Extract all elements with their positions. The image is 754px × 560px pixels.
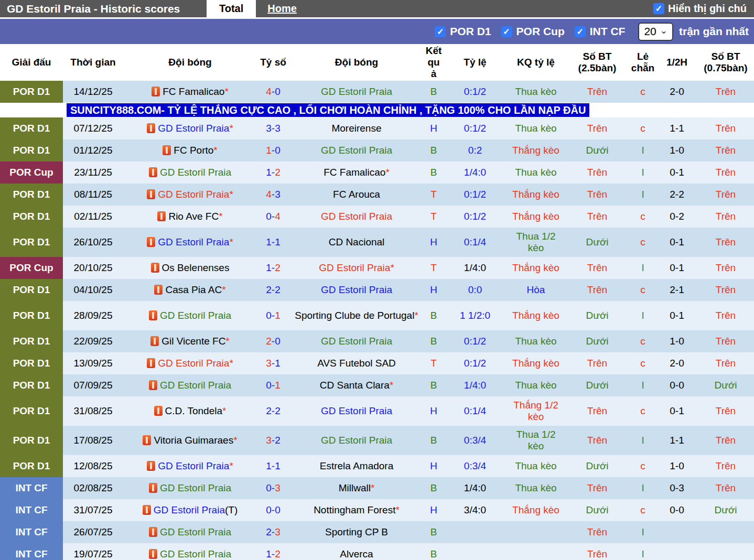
result-letter: T	[424, 206, 444, 228]
away-team[interactable]: AVS Futebol SAD	[289, 352, 424, 374]
half-time-score: 0-0	[656, 499, 697, 521]
over-under-2-5-result: Trên	[565, 161, 629, 184]
table-row: POR D1 07/12/25 GD Estoril Praia* 3-3 Mo…	[0, 117, 754, 139]
away-team[interactable]: FC Arouca	[289, 184, 424, 206]
away-team[interactable]: Nottingham Forest*	[289, 499, 424, 521]
result-letter: H	[424, 228, 444, 257]
red-card-icon	[147, 358, 155, 368]
away-team[interactable]: GD Estoril Praia	[289, 396, 424, 426]
over-under-2-5-result: Dưới	[565, 455, 629, 477]
notes-checkbox-icon[interactable]	[653, 3, 664, 14]
away-team[interactable]: GD Estoril Praia*	[289, 257, 424, 279]
home-team[interactable]: GD Estoril Praia*	[123, 228, 257, 257]
home-team[interactable]: GD Estoril Praia	[123, 161, 257, 184]
away-team[interactable]: GD Estoril Praia	[289, 139, 424, 161]
league-badge: POR D1	[0, 81, 63, 103]
ad-banner[interactable]: SUNCITY888.COM- TỶ LỆ THẮNG CỰC CAO , LỐ…	[67, 103, 589, 117]
half-time-score: 2-0	[656, 81, 697, 103]
over-under-0-75-result: Trên	[697, 228, 754, 257]
table-row: POR D1 28/09/25 GD Estoril Praia 0-1 Spo…	[0, 301, 754, 330]
away-team[interactable]: Sporting CP B	[289, 521, 424, 543]
home-team[interactable]: GD Estoril Praia(T)	[123, 499, 257, 521]
half-time-score: 0-1	[656, 228, 697, 257]
home-team[interactable]: FC Porto*	[123, 139, 257, 161]
away-team[interactable]: GD Estoril Praia	[289, 81, 424, 103]
odd-even-result: c	[629, 81, 656, 103]
table-row: POR D1 17/08/25 Vitoria Guimaraes* 3-2 G…	[0, 426, 754, 455]
table-row: POR D1 07/09/25 GD Estoril Praia 0-1 CD …	[0, 374, 754, 396]
handicap-odds: 0:3/4	[444, 426, 507, 455]
match-count-select[interactable]: 20 ⌄	[638, 23, 673, 41]
away-team[interactable]: CD Nacional	[289, 228, 424, 257]
handicap-odds: 3/4:0	[444, 499, 507, 521]
home-team[interactable]: GD Estoril Praia	[123, 477, 257, 499]
home-team[interactable]: Rio Ave FC*	[123, 206, 257, 228]
home-team[interactable]: Gil Vicente FC*	[123, 330, 257, 352]
odd-even-result: c	[629, 455, 656, 477]
tab-total[interactable]: Total	[207, 0, 256, 17]
por-d1-checkbox-icon[interactable]	[435, 26, 446, 37]
over-under-0-75-result: Trên	[697, 301, 754, 330]
home-team[interactable]: GD Estoril Praia	[123, 543, 257, 560]
handicap-result: Thắng kèo	[507, 139, 565, 161]
chevron-down-icon: ⌄	[660, 26, 667, 35]
over-under-0-75-result: Trên	[697, 139, 754, 161]
over-under-2-5-result: Trên	[565, 279, 629, 301]
home-team[interactable]: GD Estoril Praia*	[123, 184, 257, 206]
handicap-odds: 0:3/4	[444, 455, 507, 477]
result-letter: B	[424, 330, 444, 352]
match-date: 19/07/25	[63, 543, 123, 560]
home-team[interactable]: C.D. Tondela*	[123, 396, 257, 426]
score: 2-3	[257, 521, 289, 543]
away-team[interactable]: Sporting Clube de Portugal*	[289, 301, 424, 330]
away-team[interactable]: GD Estoril Praia	[289, 426, 424, 455]
home-team[interactable]: GD Estoril Praia*	[123, 352, 257, 374]
home-team[interactable]: GD Estoril Praia	[123, 521, 257, 543]
away-team[interactable]: FC Famalicao*	[289, 161, 424, 184]
away-team[interactable]: GD Estoril Praia	[289, 206, 424, 228]
table-row: POR D1 26/10/25 GD Estoril Praia* 1-1 CD…	[0, 228, 754, 257]
result-letter: T	[424, 352, 444, 374]
home-team[interactable]: Vitoria Guimaraes*	[123, 426, 257, 455]
away-team[interactable]: GD Estoril Praia	[289, 279, 424, 301]
over-under-0-75-result: Trên	[697, 330, 754, 352]
half-time-score: 1-0	[656, 455, 697, 477]
match-date: 31/08/25	[63, 396, 123, 426]
table-row: POR D1 02/11/25 Rio Ave FC* 0-4 GD Estor…	[0, 206, 754, 228]
home-team[interactable]: Casa Pia AC*	[123, 279, 257, 301]
table-body: POR D1 14/12/25 FC Famalicao* 4-0 GD Est…	[0, 81, 754, 560]
away-team[interactable]: Alverca	[289, 543, 424, 560]
match-date: 02/08/25	[63, 477, 123, 499]
home-team[interactable]: GD Estoril Praia	[123, 301, 257, 330]
league-badge: POR D1	[0, 184, 63, 206]
away-team[interactable]: CD Santa Clara*	[289, 374, 424, 396]
over-under-0-75-result: Trên	[697, 352, 754, 374]
over-under-0-75-result: Trên	[697, 257, 754, 279]
league-badge: POR D1	[0, 426, 63, 455]
tab-home[interactable]: Home	[259, 0, 305, 17]
league-badge: INT CF	[0, 521, 63, 543]
handicap-odds: 1/4:0	[444, 477, 507, 499]
home-team[interactable]: FC Famalicao*	[123, 81, 257, 103]
away-team[interactable]: GD Estoril Praia	[289, 330, 424, 352]
over-under-0-75-result: Trên	[697, 455, 754, 477]
home-team[interactable]: GD Estoril Praia*	[123, 117, 257, 139]
handicap-odds: 0:1/2	[444, 117, 507, 139]
league-badge: POR D1	[0, 117, 63, 139]
red-card-icon	[149, 380, 157, 390]
por-cup-checkbox-icon[interactable]	[501, 26, 512, 37]
away-team[interactable]: Moreirense	[289, 117, 424, 139]
handicap-odds: 1/4:0	[444, 161, 507, 184]
red-card-icon	[151, 263, 159, 273]
away-team[interactable]: Millwall*	[289, 477, 424, 499]
int-cf-checkbox-icon[interactable]	[575, 26, 586, 37]
home-team[interactable]: Os Belenenses	[123, 257, 257, 279]
away-team[interactable]: Estrela Amadora	[289, 455, 424, 477]
table-row: POR D1 08/11/25 GD Estoril Praia* 4-3 FC…	[0, 184, 754, 206]
home-team[interactable]: GD Estoril Praia*	[123, 455, 257, 477]
result-letter: B	[424, 139, 444, 161]
col-date: Thời gian	[63, 44, 123, 81]
home-team[interactable]: GD Estoril Praia	[123, 374, 257, 396]
over-under-2-5-result: Dưới	[565, 228, 629, 257]
result-letter: H	[424, 499, 444, 521]
